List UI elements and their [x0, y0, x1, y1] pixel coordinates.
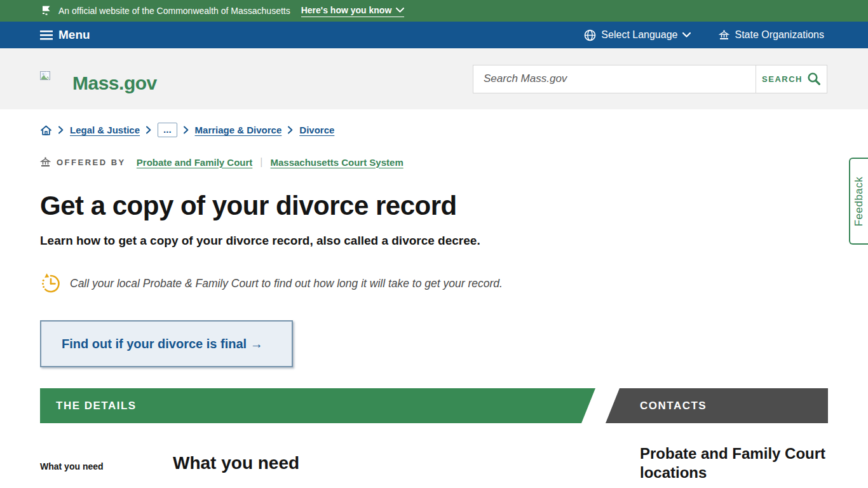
details-section-header: THE DETAILS [40, 388, 595, 423]
capitol-building-icon [40, 157, 51, 167]
state-organizations-link[interactable]: State Organizations [719, 29, 824, 41]
main-content: Legal & Justice ... Marriage & Divorce D… [0, 123, 868, 482]
how-you-know-link[interactable]: Here's how you know [301, 5, 405, 17]
breadcrumb-legal-justice[interactable]: Legal & Justice [70, 125, 140, 135]
search-input[interactable] [473, 65, 756, 93]
below-banners-row: What you need What you need Probate and … [40, 423, 828, 482]
chevron-right-icon [184, 126, 189, 134]
divorce-final-cta[interactable]: Find out if your divorce is final → [40, 320, 293, 367]
chevron-down-icon [396, 8, 404, 13]
details-nav-sidebar: What you need [40, 423, 173, 482]
section-banner-row: THE DETAILS CONTACTS [40, 388, 828, 423]
home-icon[interactable] [40, 125, 52, 136]
contacts-section-header: CONTACTS [606, 388, 828, 423]
offered-by-probate-court-link[interactable]: Probate and Family Court [137, 157, 253, 168]
time-notice: Call your local Probate & Family Court t… [40, 272, 828, 295]
sidebar-item-what-you-need[interactable]: What you need [40, 461, 173, 471]
contacts-content: Probate and Family Court locations [606, 423, 828, 482]
search-icon [807, 72, 821, 86]
main-navbar: Menu Select Language State Organiza [0, 22, 868, 48]
cta-text: Find out if your divorce is final [62, 337, 247, 351]
page-lede: Learn how to get a copy of your divorce … [40, 234, 828, 248]
chevron-right-icon [288, 126, 293, 134]
chevron-right-icon [146, 126, 151, 134]
select-language-button[interactable]: Select Language [584, 29, 691, 41]
breadcrumb: Legal & Justice ... Marriage & Divorce D… [40, 123, 828, 137]
official-banner: An official website of the Commonwealth … [0, 0, 868, 22]
breadcrumb-divorce[interactable]: Divorce [299, 125, 334, 135]
offered-by-court-system-link[interactable]: Massachusetts Court System [270, 157, 403, 168]
feedback-tab[interactable]: Feedback [849, 158, 868, 245]
chevron-down-icon [682, 32, 691, 37]
logo-text: Mass.gov [72, 72, 157, 94]
what-you-need-heading: What you need [173, 453, 606, 473]
chevron-right-icon [58, 126, 64, 134]
menu-button[interactable]: Menu [40, 28, 90, 42]
right-arrow-icon: → [250, 337, 263, 351]
offered-by-row: OFFERED BY Probate and Family Court | Ma… [40, 156, 828, 168]
feedback-label: Feedback [853, 176, 865, 226]
breadcrumb-marriage-divorce[interactable]: Marriage & Divorce [195, 125, 282, 135]
breadcrumb-ellipsis[interactable]: ... [158, 123, 177, 137]
broken-image-icon [40, 71, 51, 82]
details-content: What you need [173, 423, 606, 482]
hamburger-icon [40, 30, 53, 40]
clock-history-icon [40, 272, 62, 295]
offered-by-separator: | [260, 156, 262, 168]
time-notice-text: Call your local Probate & Family Court t… [70, 277, 503, 290]
official-banner-text: An official website of the Commonwealth … [58, 6, 290, 16]
site-header: Mass.gov SEARCH [0, 48, 868, 109]
page-title: Get a copy of your divorce record [40, 191, 828, 221]
contacts-heading: Probate and Family Court locations [640, 444, 828, 482]
globe-icon [584, 29, 596, 41]
massgov-logo[interactable]: Mass.gov [40, 48, 157, 109]
search-button[interactable]: SEARCH [756, 65, 827, 93]
site-search: SEARCH [473, 65, 827, 93]
state-flag-icon [40, 4, 53, 17]
capitol-building-icon [719, 30, 729, 40]
offered-by-label: OFFERED BY [57, 158, 126, 167]
